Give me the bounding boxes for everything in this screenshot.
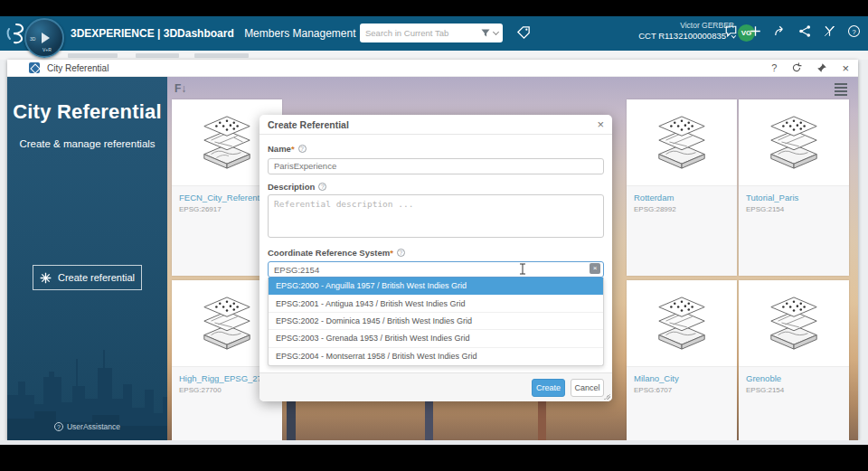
- card-label-area: Tutorial_Paris EPSG:2154: [739, 185, 849, 276]
- name-field[interactable]: [268, 158, 604, 174]
- dashboard-app: 3D V+R 3DEXPERIENCE | 3DDashboard Member…: [0, 16, 868, 445]
- crs-option[interactable]: EPSG:2001 - Antigua 1943 / British West …: [269, 295, 603, 312]
- window-title-bar[interactable]: City Referential ? ×: [7, 60, 858, 77]
- create-button[interactable]: Create: [532, 379, 565, 397]
- card-epsg: EPSG:2154: [746, 386, 842, 394]
- create-referential-modal: Create Referential × Name* ? Description…: [259, 115, 612, 401]
- card-name[interactable]: Grenoble: [746, 373, 842, 383]
- user-assistance-label: UserAssistance: [67, 422, 120, 431]
- search-input[interactable]: [360, 28, 480, 38]
- modal-body: Name* ? Description ? Coordinate Referen…: [259, 135, 612, 366]
- crs-option[interactable]: EPSG:2000 - Anguilla 1957 / British West…: [269, 278, 603, 295]
- crs-option[interactable]: EPSG:2004 - Montserrat 1958 / British We…: [269, 348, 603, 365]
- resize-handle[interactable]: [604, 393, 610, 400]
- widget-help-icon[interactable]: ?: [771, 62, 777, 73]
- referential-card[interactable]: Grenoble EPSG:2154: [739, 280, 849, 440]
- referential-card[interactable]: Rotterdam EPSG:28992: [627, 99, 737, 276]
- create-referential-button[interactable]: Create referential: [33, 265, 142, 290]
- card-epsg: EPSG:2154: [746, 205, 842, 213]
- add-icon[interactable]: [749, 24, 762, 38]
- brand-name: 3DEXPERIENCE: [71, 27, 155, 40]
- nav-item-placeholder: [194, 53, 249, 58]
- required-mark: *: [390, 248, 393, 258]
- modal-header: Create Referential ×: [259, 115, 612, 135]
- help-icon[interactable]: ?: [847, 24, 861, 38]
- refresh-icon[interactable]: [791, 62, 802, 73]
- screen: 3D V+R 3DEXPERIENCE | 3DDashboard Member…: [0, 0, 868, 471]
- sidebar-title: City Referential: [7, 100, 167, 124]
- layers-map-icon: [766, 115, 822, 171]
- top-bar: 3D V+R 3DEXPERIENCE | 3DDashboard Member…: [0, 16, 868, 51]
- referential-card[interactable]: Tutorial_Paris EPSG:2154: [739, 99, 849, 276]
- layers-map-icon: [766, 296, 822, 352]
- card-name[interactable]: Tutorial_Paris: [746, 193, 842, 203]
- share-arrow-icon[interactable]: [773, 24, 788, 38]
- search-box: [360, 24, 503, 42]
- description-label: Description ?: [268, 182, 604, 192]
- crs-option[interactable]: EPSG:2003 - Grenada 1953 / British West …: [269, 330, 603, 347]
- card-icon-area: [739, 99, 849, 185]
- sidebar-subtitle: Create & manage referentials: [7, 138, 167, 149]
- sidebar: City Referential Create & manage referen…: [7, 77, 167, 440]
- asterisk-icon: [40, 272, 52, 284]
- modal-title: Create Referential: [268, 119, 349, 130]
- modal-footer: Create Cancel: [259, 372, 612, 401]
- secondary-nav-strip: [0, 51, 868, 60]
- user-name: Victor GERBER: [638, 21, 734, 31]
- search-chevron-icon[interactable]: [493, 29, 499, 35]
- svg-text:?: ?: [852, 28, 855, 36]
- messages-icon[interactable]: [724, 24, 738, 38]
- user-assistance[interactable]: ? UserAssistance: [7, 422, 167, 431]
- pin-icon[interactable]: [816, 62, 827, 73]
- swym-icon[interactable]: [823, 24, 836, 38]
- topbar-icons: ?: [724, 24, 861, 38]
- card-icon-area: [627, 99, 737, 185]
- modal-close-icon[interactable]: ×: [597, 118, 604, 130]
- search-options: [480, 28, 503, 39]
- crs-field[interactable]: [268, 261, 604, 278]
- cancel-button[interactable]: Cancel: [571, 379, 604, 397]
- text-cursor-icon: [519, 263, 526, 275]
- 3dexperience-compass[interactable]: 3D V+R: [24, 18, 64, 58]
- crs-clear-button[interactable]: ×: [590, 263, 600, 274]
- context-menu[interactable]: Members Management: [244, 27, 355, 40]
- widget-app-icon: [29, 62, 40, 73]
- crs-option[interactable]: EPSG:2002 - Dominica 1945 / British West…: [269, 313, 603, 330]
- name-label: Name* ?: [268, 144, 604, 154]
- user-tenant: CCT R1132100000835: [638, 31, 734, 42]
- crs-help-icon[interactable]: ?: [397, 249, 405, 257]
- description-help-icon[interactable]: ?: [318, 183, 326, 191]
- card-label-area: Milano_City EPSG:6707: [627, 366, 737, 440]
- referential-card[interactable]: Milano_City EPSG:6707: [627, 280, 737, 440]
- filter-funnel-icon[interactable]: [480, 28, 491, 39]
- nav-item-placeholder: [68, 53, 118, 58]
- layers-map-icon: [654, 115, 710, 171]
- layers-map-icon: [199, 115, 255, 171]
- user-block[interactable]: Victor GERBER CCT R1132100000835: [638, 21, 734, 42]
- window-actions: ? ×: [771, 61, 849, 75]
- card-name[interactable]: Milano_City: [634, 373, 730, 383]
- crs-option-list: EPSG:2000 - Anguilla 1957 / British West…: [268, 278, 604, 366]
- compass-3d-label: 3D: [30, 36, 35, 42]
- card-epsg: EPSG:28992: [634, 205, 730, 213]
- card-epsg: EPSG:6707: [634, 386, 730, 394]
- sort-control[interactable]: F↓: [175, 82, 186, 95]
- tag-icon[interactable]: [516, 25, 532, 41]
- card-name[interactable]: Rotterdam: [634, 193, 730, 203]
- layers-map-icon: [654, 296, 710, 352]
- app-name: 3DDashboard: [164, 27, 234, 40]
- list-menu-icon[interactable]: [835, 83, 847, 98]
- share-nodes-icon[interactable]: [798, 24, 812, 38]
- required-mark: *: [291, 144, 295, 154]
- window-title: City Referential: [47, 63, 108, 73]
- nav-item-placeholder: [136, 53, 179, 58]
- brand-separator: |: [157, 27, 160, 40]
- layers-map-icon: [199, 296, 255, 352]
- name-help-icon[interactable]: ?: [298, 145, 307, 153]
- compass-vr-label: V+R: [42, 47, 52, 52]
- window-close-icon[interactable]: ×: [842, 61, 849, 75]
- brand-line: 3DEXPERIENCE | 3DDashboard Members Manag…: [71, 27, 366, 40]
- description-field[interactable]: [268, 194, 604, 238]
- dassault-systemes-logo: [5, 23, 25, 44]
- card-icon-area: [739, 280, 849, 366]
